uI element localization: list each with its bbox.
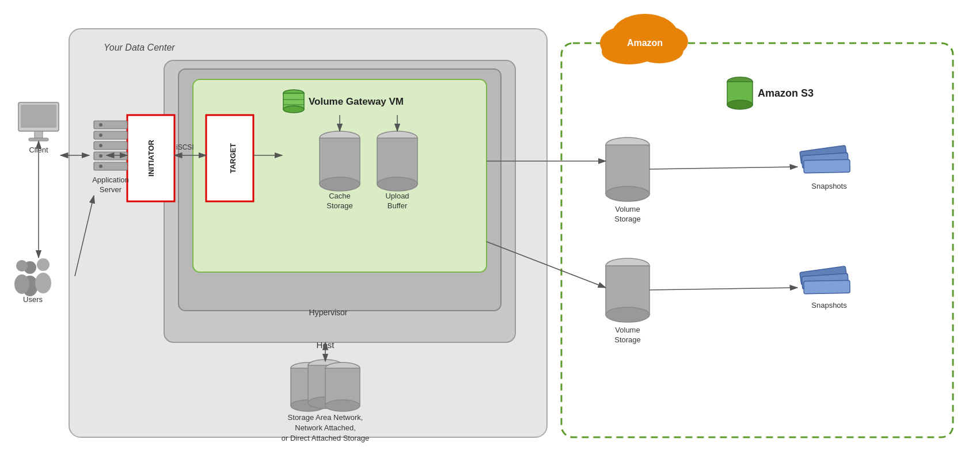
svg-point-36 bbox=[320, 131, 360, 145]
users-label: Users bbox=[23, 295, 43, 304]
svg-point-67 bbox=[606, 186, 649, 201]
svg-rect-3 bbox=[164, 60, 515, 342]
svg-rect-77 bbox=[802, 273, 848, 289]
hypervisor-label: Hypervisor bbox=[309, 308, 348, 317]
svg-point-31 bbox=[37, 258, 50, 271]
svg-point-29 bbox=[24, 261, 36, 274]
diagram-container: Your Data Center Host Hypervisor TARGET … bbox=[0, 0, 980, 466]
iscsi-label: iSCSI bbox=[176, 143, 194, 151]
client-label: Client bbox=[29, 146, 48, 154]
upload-buffer-label: Upload bbox=[385, 192, 409, 200]
svg-point-32 bbox=[35, 273, 51, 293]
svg-text:Server: Server bbox=[100, 185, 122, 194]
svg-point-75 bbox=[606, 307, 649, 322]
svg-rect-69 bbox=[802, 152, 848, 169]
svg-point-16 bbox=[99, 133, 102, 137]
svg-rect-56 bbox=[561, 43, 953, 437]
svg-rect-27 bbox=[29, 138, 48, 141]
svg-rect-40 bbox=[377, 138, 417, 184]
svg-point-30 bbox=[22, 276, 38, 296]
san-label-3: or Direct Attached Storage bbox=[282, 434, 369, 442]
amazon-label: Amazon bbox=[627, 38, 663, 48]
svg-point-64 bbox=[727, 100, 753, 109]
svg-point-62 bbox=[727, 77, 753, 86]
volume-storage-1-label-2: Storage bbox=[614, 215, 641, 223]
data-center-label: Your Data Center bbox=[104, 43, 175, 52]
svg-point-57 bbox=[611, 14, 678, 58]
svg-point-51 bbox=[308, 397, 343, 408]
svg-rect-12 bbox=[94, 142, 127, 150]
svg-rect-63 bbox=[727, 82, 753, 105]
svg-rect-70 bbox=[804, 159, 850, 173]
san-label-2: Network Attached, bbox=[295, 423, 356, 432]
svg-point-17 bbox=[99, 144, 102, 147]
svg-point-41 bbox=[377, 177, 417, 191]
svg-rect-68 bbox=[800, 146, 847, 165]
svg-line-79 bbox=[649, 288, 797, 290]
svg-rect-24 bbox=[18, 102, 59, 131]
vm-title: Volume Gateway VM bbox=[309, 96, 404, 107]
svg-point-59 bbox=[648, 26, 688, 56]
svg-point-19 bbox=[99, 165, 102, 168]
svg-rect-5 bbox=[193, 79, 487, 272]
app-server-label: Application bbox=[92, 175, 129, 184]
svg-point-65 bbox=[606, 137, 649, 152]
svg-point-73 bbox=[606, 258, 649, 273]
snapshots-2-label: Snapshots bbox=[811, 301, 847, 310]
svg-point-61 bbox=[635, 38, 683, 63]
svg-rect-2 bbox=[69, 29, 547, 437]
svg-rect-37 bbox=[320, 138, 360, 184]
svg-rect-14 bbox=[94, 162, 127, 170]
svg-point-33 bbox=[16, 260, 28, 272]
svg-rect-13 bbox=[94, 152, 127, 160]
svg-rect-7 bbox=[127, 115, 174, 201]
svg-rect-53 bbox=[325, 368, 360, 406]
svg-rect-25 bbox=[21, 105, 56, 128]
svg-point-80 bbox=[283, 90, 304, 97]
svg-point-58 bbox=[600, 27, 644, 59]
svg-rect-66 bbox=[606, 145, 649, 194]
svg-point-54 bbox=[325, 400, 360, 411]
svg-point-18 bbox=[99, 154, 102, 158]
svg-point-82 bbox=[283, 106, 304, 113]
volume-storage-1-label-1: Volume bbox=[615, 205, 640, 213]
svg-point-60 bbox=[602, 39, 657, 64]
svg-point-52 bbox=[325, 362, 360, 374]
svg-rect-4 bbox=[178, 69, 501, 311]
svg-rect-10 bbox=[94, 121, 127, 129]
svg-rect-78 bbox=[804, 280, 850, 293]
svg-text:Buffer: Buffer bbox=[388, 201, 408, 210]
svg-rect-81 bbox=[283, 93, 304, 109]
volume-storage-2-label-2: Storage bbox=[614, 335, 641, 344]
svg-point-39 bbox=[377, 131, 417, 145]
svg-point-48 bbox=[291, 400, 325, 411]
svg-line-85 bbox=[487, 242, 606, 288]
snapshots-1-label: Snapshots bbox=[811, 182, 847, 190]
svg-text:Storage: Storage bbox=[326, 201, 353, 210]
svg-line-71 bbox=[649, 167, 797, 169]
cache-storage-label: Cache bbox=[329, 192, 351, 200]
svg-rect-50 bbox=[308, 365, 343, 403]
svg-rect-76 bbox=[800, 266, 847, 285]
diagram-svg: Your Data Center Host Hypervisor TARGET … bbox=[0, 0, 980, 466]
volume-storage-2-label-1: Volume bbox=[615, 326, 640, 334]
host-label: Host bbox=[317, 340, 335, 350]
initiator-label: INITIATOR bbox=[147, 139, 155, 176]
svg-rect-26 bbox=[35, 131, 43, 138]
svg-point-15 bbox=[99, 123, 102, 127]
san-label-1: Storage Area Network, bbox=[288, 413, 363, 422]
svg-point-34 bbox=[14, 274, 29, 294]
svg-rect-47 bbox=[291, 368, 325, 406]
svg-point-49 bbox=[308, 360, 343, 371]
target-label: TARGET bbox=[229, 143, 237, 174]
svg-rect-74 bbox=[606, 266, 649, 315]
s3-label: Amazon S3 bbox=[758, 87, 814, 99]
svg-point-46 bbox=[291, 362, 325, 374]
svg-line-35 bbox=[75, 196, 94, 276]
svg-rect-6 bbox=[206, 115, 253, 201]
svg-rect-11 bbox=[94, 131, 127, 139]
svg-point-38 bbox=[320, 177, 360, 191]
